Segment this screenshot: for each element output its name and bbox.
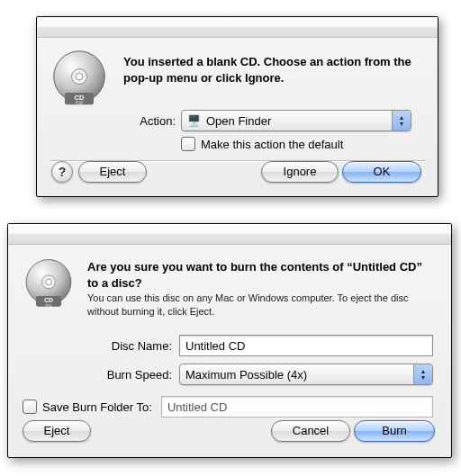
dialog-body: CD RW Are you sure you want to burn the … [8, 245, 451, 456]
svg-text:CD: CD [44, 297, 53, 303]
finder-icon: 🖥️ [187, 114, 201, 127]
save-folder-value: Untitled CD [167, 400, 227, 414]
svg-point-2 [76, 73, 83, 80]
cd-rw-icon: CD RW [23, 257, 75, 310]
save-folder-field[interactable]: Untitled CD [161, 396, 433, 418]
save-folder-label: Save Burn Folder To: [42, 400, 152, 414]
cancel-button[interactable]: Cancel [271, 420, 350, 442]
burn-speed-popup[interactable]: Maximum Possible (4x) ▴▾ [179, 364, 433, 385]
action-row: Action: 🖥️ Open Finder ▴▾ [123, 110, 411, 131]
blank-cd-dialog: CD RW You inserted a blank CD. Choose an… [36, 16, 438, 197]
svg-text:RW: RW [46, 303, 52, 308]
help-glyph: ? [59, 165, 67, 179]
cd-sub-text: RW [76, 101, 83, 105]
cancel-label: Cancel [293, 424, 329, 437]
eject-button[interactable]: Eject [78, 161, 147, 183]
disc-name-row: Disc Name: Untitled CD [87, 335, 433, 356]
help-button[interactable]: ? [51, 161, 73, 183]
ignore-label: Ignore [284, 165, 317, 178]
burn-button[interactable]: Burn [354, 420, 435, 442]
default-action-row: Make this action the default [181, 137, 343, 151]
burn-label: Burn [382, 424, 406, 437]
burn-confirm-dialog: CD RW Are you sure you want to burn the … [7, 223, 452, 458]
action-label: Action: [123, 114, 181, 128]
svg-point-6 [46, 279, 52, 285]
action-popup-value: Open Finder [206, 114, 271, 128]
popup-arrows-icon: ▴▾ [413, 364, 432, 384]
dialog-body: CD RW You inserted a blank CD. Choose an… [37, 38, 438, 195]
dialog-message: You inserted a blank CD. Choose an actio… [123, 54, 418, 85]
default-action-label: Make this action the default [201, 138, 343, 151]
titlebar[interactable] [37, 17, 438, 38]
cd-label-text: CD [75, 94, 85, 102]
burn-speed-value: Maximum Possible (4x) [185, 368, 307, 382]
dialog-subtext: You can use this disc on any Mac or Wind… [87, 292, 433, 319]
titlebar[interactable] [8, 224, 451, 245]
default-action-checkbox[interactable] [181, 137, 195, 151]
cd-rw-icon: CD RW [50, 49, 109, 108]
burn-speed-row: Burn Speed: Maximum Possible (4x) ▴▾ [87, 364, 433, 385]
disc-name-value: Untitled CD [185, 339, 245, 353]
eject-button[interactable]: Eject [23, 420, 91, 442]
ignore-button[interactable]: Ignore [261, 161, 339, 183]
save-folder-checkbox[interactable] [23, 400, 37, 414]
disc-name-field[interactable]: Untitled CD [179, 335, 433, 356]
eject-label: Eject [44, 424, 70, 437]
disc-name-label: Disc Name: [87, 339, 179, 353]
action-popup[interactable]: 🖥️ Open Finder ▴▾ [181, 110, 411, 131]
ok-label: OK [374, 165, 391, 178]
ok-button[interactable]: OK [342, 161, 421, 183]
popup-arrows-icon: ▴▾ [392, 111, 411, 130]
burn-speed-label: Burn Speed: [87, 368, 179, 382]
dialog-heading: Are you sure you want to burn the conten… [87, 259, 433, 291]
eject-label: Eject [100, 165, 126, 178]
save-folder-row: Save Burn Folder To: Untitled CD [23, 396, 433, 418]
